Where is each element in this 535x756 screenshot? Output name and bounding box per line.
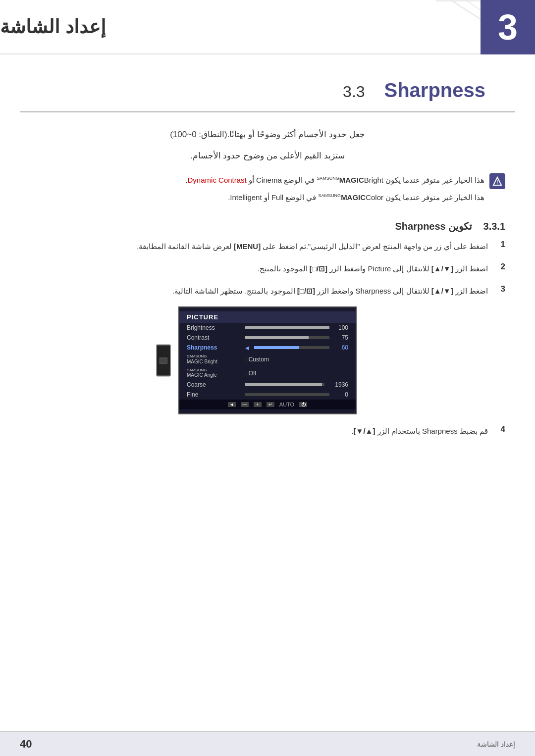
step-4-number: 4: [495, 424, 505, 434]
step-3-text: اضغط الزر [▼/▲] للانتقال إلى Sharpness و…: [30, 284, 488, 298]
osd-row-coarse: Coarse 1936: [179, 380, 356, 390]
osd-label-brightness: Brightness: [187, 324, 241, 331]
step-1: 1 اضغط على أي زر من واجهة المنتج لعرض "ا…: [30, 240, 505, 253]
chapter-number-block: 3: [481, 0, 535, 54]
osd-label-fine: Fine: [187, 391, 241, 398]
osd-bar-brightness: [245, 326, 329, 329]
osd-value-contrast: 75: [333, 334, 348, 341]
osd-label-sharpness: Sharpness: [187, 344, 241, 351]
section-name: Sharpness: [384, 79, 485, 101]
step-4-text: قم بضبط Sharpness باستخدام الزر [▲/▼].: [30, 424, 488, 438]
intro-line1: جعل حدود الأجسام أكثر وضوحًا أو بهتانًا.…: [30, 127, 505, 143]
osd-row-sharpness: Sharpness ◀ 60: [179, 343, 356, 353]
chapter-title: إعداد الشاشة: [0, 16, 106, 38]
osd-row-magic-angle: SAMSUNG MAGIC Angle : Off: [179, 366, 356, 380]
subsection-title: 3.3.1 تكوين Sharpness: [30, 220, 505, 232]
osd-image-area: PICTURE Brightness 100 Contrast 75: [30, 306, 505, 414]
osd-bar-sharpness: [254, 346, 329, 349]
osd-value-sharpness: 60: [333, 344, 348, 351]
note-item-2: هذا الخيار غير متوفر عندما يكون SAMSUNGM…: [30, 191, 484, 204]
osd-row-magic-bright: SAMSUNG MAGIC Bright : Custom: [179, 353, 356, 366]
step-3-number: 3: [495, 284, 505, 294]
osd-label-contrast: Contrast: [187, 334, 241, 341]
note-box: ! هذا الخيار غير متوفر عندما يكون SAMSUN…: [30, 173, 505, 208]
osd-btn-left: ◄: [228, 402, 236, 407]
osd-text-magic-angle: : Off: [245, 370, 256, 377]
osd-bar-coarse: [245, 383, 324, 386]
page-header: إعداد الشاشة 3: [0, 0, 535, 54]
osd-bar-fine: [245, 393, 329, 396]
step-3: 3 اضغط الزر [▼/▲] للانتقال إلى Sharpness…: [30, 284, 505, 298]
step-2-text: اضغط الزر [▼/▲] للانتقال إلى Picture واض…: [30, 262, 488, 275]
tv-icon: [156, 345, 171, 377]
subsection-name: تكوين Sharpness: [395, 221, 472, 232]
osd-btn-plus: +: [254, 402, 262, 407]
page-footer: إعداد الشاشة 40: [0, 731, 535, 756]
osd-bar-contrast: [245, 336, 329, 339]
osd-wrapper: PICTURE Brightness 100 Contrast 75: [178, 306, 357, 414]
osd-bottom-bar: ◄ — + ↵ AUTO ⏻: [179, 400, 356, 409]
osd-btn-auto: AUTO: [279, 402, 294, 407]
footer-text: إعداد الشاشة: [477, 740, 515, 748]
osd-row-fine: Fine 0: [179, 390, 356, 400]
osd-row-brightness: Brightness 100: [179, 323, 356, 333]
osd-text-magic-bright: : Custom: [245, 356, 269, 363]
osd-menu: PICTURE Brightness 100 Contrast 75: [178, 306, 357, 414]
osd-value-brightness: 100: [333, 324, 348, 331]
step-2: 2 اضغط الزر [▼/▲] للانتقال إلى Picture و…: [30, 262, 505, 275]
osd-value-fine: 0: [333, 391, 348, 398]
osd-btn-minus: —: [241, 402, 249, 407]
osd-value-coarse: 1936: [328, 381, 348, 388]
svg-text:!: !: [496, 180, 498, 185]
osd-btn-power: ⏻: [299, 402, 307, 407]
step-1-text: اضغط على أي زر من واجهة المنتج لعرض "الد…: [30, 240, 488, 253]
subsection-number: 3.3.1: [483, 221, 505, 232]
step-1-number: 1: [495, 240, 505, 250]
step-4: 4 قم بضبط Sharpness باستخدام الزر [▲/▼].: [30, 424, 505, 438]
osd-btn-enter: ↵: [267, 402, 274, 407]
osd-row-contrast: Contrast 75: [179, 333, 356, 343]
note-item-1: هذا الخيار غير متوفر عندما يكون SAMSUNGM…: [30, 173, 484, 187]
step-2-number: 2: [495, 262, 505, 272]
section-title-area: Sharpness 3.3: [20, 54, 515, 112]
osd-header: PICTURE: [179, 311, 356, 323]
steps-list: 1 اضغط على أي زر من واجهة المنتج لعرض "ا…: [30, 240, 505, 298]
note-content: هذا الخيار غير متوفر عندما يكون SAMSUNGM…: [30, 173, 484, 208]
osd-label-magic-angle: SAMSUNG MAGIC Angle: [187, 368, 241, 379]
osd-label-magic-bright: SAMSUNG MAGIC Bright: [187, 354, 241, 365]
note-icon: !: [489, 173, 505, 189]
main-content: جعل حدود الأجسام أكثر وضوحًا أو بهتانًا.…: [0, 112, 535, 461]
osd-label-coarse: Coarse: [187, 381, 241, 388]
intro-line2: ستزيد القيم الأعلى من وضوح حدود الأجسام.: [30, 149, 505, 164]
chapter-number: 3: [498, 9, 518, 45]
section-number: 3.3: [343, 83, 365, 101]
footer-page-number: 40: [20, 738, 32, 751]
